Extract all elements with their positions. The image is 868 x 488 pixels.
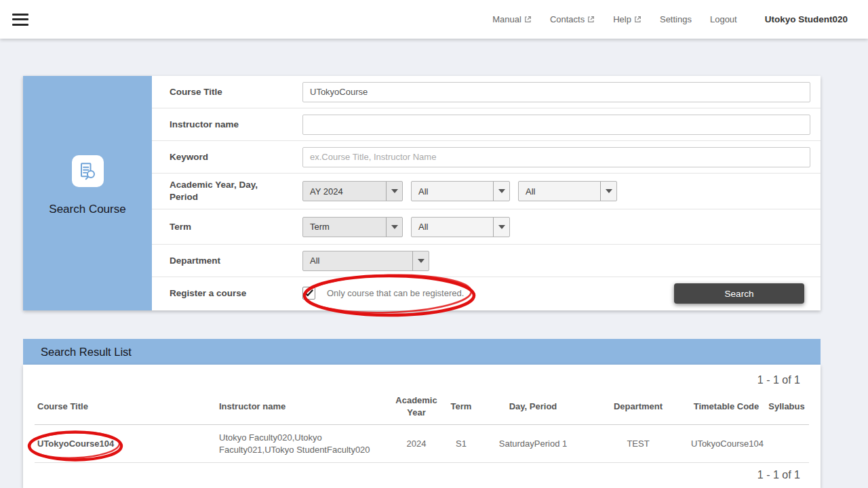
dropdown-arrow-icon <box>386 182 402 201</box>
search-panel-title: Search Course <box>49 203 125 216</box>
form-row-instructor: Instructor name <box>152 108 821 140</box>
pagination-bottom: 1 - 1 of 1 <box>35 463 809 481</box>
form-row-department: Department All <box>152 244 821 277</box>
col-day-period: Day, Period <box>478 388 588 425</box>
keyword-input[interactable] <box>302 147 810 167</box>
logged-in-user: Utokyo Student020 <box>765 14 848 24</box>
external-link-icon <box>524 16 532 23</box>
dropdown-arrow-icon <box>386 218 402 237</box>
keyword-label: Keyword <box>152 151 302 163</box>
academic-year-select[interactable]: AY 2024 <box>302 181 403 201</box>
hamburger-menu-icon[interactable] <box>12 14 28 26</box>
department-select[interactable]: All <box>302 251 429 271</box>
col-academic-year: Academic Year <box>389 388 444 425</box>
result-academic-year: 2024 <box>389 425 444 463</box>
nav-contacts-label: Contacts <box>550 14 585 24</box>
external-link-icon <box>634 16 642 23</box>
term-value: Term <box>303 218 386 237</box>
result-term: S1 <box>444 425 478 463</box>
top-navigation: Manual Contacts Help Se <box>492 14 868 24</box>
search-button[interactable]: Search <box>674 283 804 304</box>
dropdown-arrow-icon <box>493 218 509 237</box>
col-instructor: Instructor name <box>216 388 389 425</box>
nav-settings[interactable]: Settings <box>660 14 692 24</box>
nav-manual-label: Manual <box>492 14 521 24</box>
search-form: Course Title Instructor name Keyword Aca… <box>152 76 821 310</box>
col-timetable-code: Timetable Code <box>688 388 764 425</box>
result-syllabus <box>764 425 809 463</box>
nav-help[interactable]: Help <box>613 14 642 24</box>
term-label: Term <box>152 221 302 233</box>
search-course-icon <box>72 155 104 187</box>
course-title-label: Course Title <box>152 86 302 98</box>
ay-day-period-label: Academic Year, Day, Period <box>152 179 302 203</box>
top-bar: Manual Contacts Help Se <box>0 0 868 39</box>
search-course-panel: Search Course Course Title Instructor na… <box>23 76 821 310</box>
instructor-input[interactable] <box>302 115 810 135</box>
result-department: TEST <box>588 425 688 463</box>
search-result-card: 1 - 1 of 1 Course Title Instructor name … <box>23 365 821 488</box>
results-header-row: Course Title Instructor name Academic Ye… <box>35 388 809 425</box>
term-sub-select[interactable]: All <box>411 217 510 237</box>
nav-manual[interactable]: Manual <box>492 14 532 24</box>
term-sub-value: All <box>412 218 493 237</box>
form-row-ay-day-period: Academic Year, Day, Period AY 2024 All A… <box>152 173 821 209</box>
dropdown-arrow-icon <box>493 182 509 201</box>
dropdown-arrow-icon <box>412 251 429 270</box>
period-select[interactable]: All <box>518 181 617 201</box>
department-value: All <box>303 251 412 270</box>
register-checkbox-label: Only course that can be registered. <box>327 288 464 298</box>
instructor-label: Instructor name <box>152 119 302 131</box>
search-result-list-title: Search Result List <box>41 346 132 359</box>
period-value: All <box>519 182 600 201</box>
result-course-title-link[interactable]: UTokyoCourse104 <box>37 439 114 449</box>
col-term: Term <box>444 388 478 425</box>
form-row-register: Register a course Only course that can b… <box>152 277 821 309</box>
col-syllabus: Syllabus <box>764 388 809 425</box>
nav-help-label: Help <box>613 14 631 24</box>
result-timetable-code: UTokyoCourse104 <box>688 425 764 463</box>
table-row: UTokyoCourse104 Utokyo Faculty020,Utokyo… <box>35 425 809 463</box>
course-title-input[interactable] <box>302 82 810 102</box>
day-select[interactable]: All <box>411 181 510 201</box>
nav-contacts[interactable]: Contacts <box>550 14 595 24</box>
result-day-period: SaturdayPeriod 1 <box>478 425 588 463</box>
col-department: Department <box>588 388 688 425</box>
nav-logout[interactable]: Logout <box>710 14 737 24</box>
term-select[interactable]: Term <box>302 217 403 237</box>
result-instructor: Utokyo Faculty020,Utokyo Faculty021,UTok… <box>216 425 389 463</box>
nav-logout-label: Logout <box>710 14 737 24</box>
register-checkbox[interactable] <box>302 287 315 300</box>
day-value: All <box>412 182 493 201</box>
register-label: Register a course <box>152 287 302 300</box>
results-table: Course Title Instructor name Academic Ye… <box>35 388 809 463</box>
academic-year-value: AY 2024 <box>303 182 386 201</box>
department-label: Department <box>152 255 302 267</box>
col-course-title: Course Title <box>35 388 216 425</box>
dropdown-arrow-icon <box>600 182 616 201</box>
form-row-keyword: Keyword <box>152 140 821 173</box>
search-result-list-header: Search Result List <box>23 339 821 365</box>
form-row-term: Term Term All <box>152 209 821 244</box>
external-link-icon <box>587 16 595 23</box>
form-row-course-title: Course Title <box>152 76 821 108</box>
search-course-sidebar: Search Course <box>23 76 152 310</box>
pagination-top: 1 - 1 of 1 <box>35 365 809 388</box>
nav-settings-label: Settings <box>660 14 692 24</box>
